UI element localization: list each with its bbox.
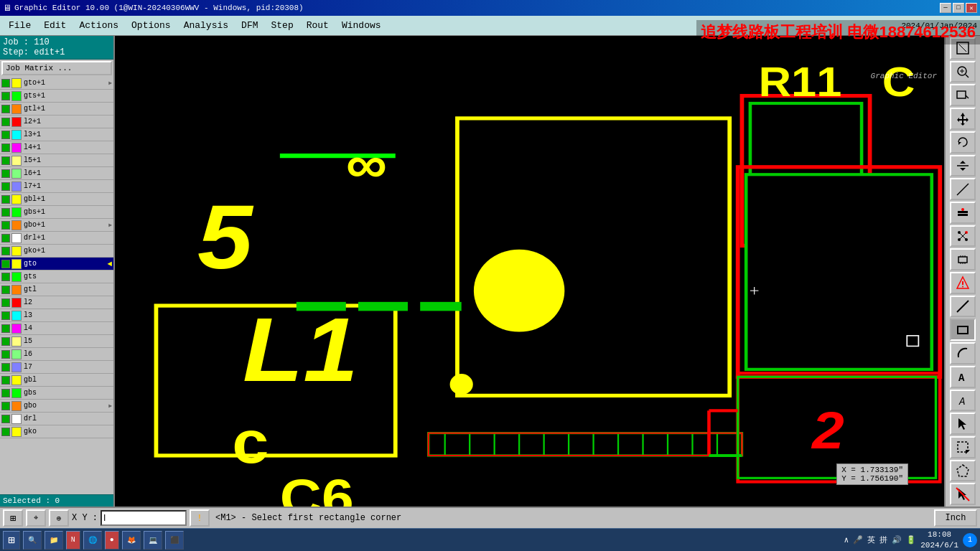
maximize-button[interactable]: □ <box>953 3 964 13</box>
notification-button[interactable]: 1 <box>963 533 977 547</box>
layer-row-gbs+1[interactable]: gbs+1 <box>0 206 113 219</box>
job-matrix-button[interactable]: Job Matrix ... <box>1 61 112 75</box>
layer-row-gtl[interactable]: gtl <box>0 283 113 296</box>
layer-check-l5[interactable] <box>1 337 10 346</box>
layer-check-gto+1[interactable] <box>1 79 10 88</box>
layer-check-l6+1[interactable] <box>1 169 10 178</box>
layer-check-l7+1[interactable] <box>1 182 10 191</box>
menu-options[interactable]: Options <box>126 19 177 32</box>
status-icon-3[interactable]: ⊕ <box>49 509 69 527</box>
layer-row-gbo[interactable]: gbo▶ <box>0 400 113 413</box>
layer-row-drl+1[interactable]: drl+1 <box>0 232 113 245</box>
add-text2-button[interactable]: A <box>950 390 976 412</box>
layer-row-l7[interactable]: l7 <box>0 361 113 374</box>
layer-row-gtl+1[interactable]: gtl+1 <box>0 103 113 116</box>
layer-row-gts[interactable]: gts <box>0 270 113 283</box>
flip-button[interactable] <box>950 155 976 177</box>
layer-row-l6+1[interactable]: l6+1 <box>0 167 113 180</box>
layer-row-l3[interactable]: l3 <box>0 309 113 322</box>
layer-check-gko+1[interactable] <box>1 247 10 255</box>
tray-battery[interactable]: 🔋 <box>906 535 916 545</box>
arc-button[interactable] <box>950 342 976 364</box>
menu-step[interactable]: Step <box>265 19 299 32</box>
taskbar-app1-button[interactable]: N <box>66 531 80 550</box>
deselect-button[interactable] <box>950 483 976 505</box>
tray-lang2[interactable]: 拼 <box>879 534 887 545</box>
status-icon-1[interactable]: ⊞ <box>3 509 23 527</box>
layer-row-l2[interactable]: l2 <box>0 296 113 309</box>
close-button[interactable]: ✕ <box>966 3 977 13</box>
layer-check-gbo[interactable] <box>1 402 10 410</box>
layer-row-gbs[interactable]: gbs <box>0 387 113 400</box>
menu-rout[interactable]: Rout <box>301 19 335 32</box>
layer-check-l4[interactable] <box>1 324 10 333</box>
pan-button[interactable] <box>950 108 976 130</box>
layer-check-l2+1[interactable] <box>1 118 10 126</box>
layer-row-gto[interactable]: gto ◄ <box>0 258 113 270</box>
drc-button[interactable] <box>950 272 976 294</box>
zoom-window-button[interactable] <box>950 84 976 106</box>
menu-actions[interactable]: Actions <box>73 19 124 32</box>
minimize-button[interactable]: ─ <box>940 3 951 13</box>
warning-icon[interactable]: ! <box>190 509 210 527</box>
rotate-button[interactable] <box>950 131 976 154</box>
zoom-in-button[interactable] <box>950 61 976 83</box>
tray-lang1[interactable]: 英 <box>867 534 875 545</box>
windows-start-button[interactable]: ⊞ <box>3 531 20 550</box>
xy-input[interactable] <box>101 510 187 526</box>
taskbar-app5-button[interactable]: 💻 <box>144 531 162 550</box>
canvas-area[interactable]: 5 c L1 C6 ∞ U10 CCK R11 C 2 <box>115 36 944 507</box>
layer-check-l3+1[interactable] <box>1 131 10 139</box>
layer-row-l4+1[interactable]: l4+1 <box>0 141 113 154</box>
select-button[interactable] <box>950 413 976 435</box>
layer-check-gbs[interactable] <box>1 389 10 397</box>
tray-mic[interactable]: 🎤 <box>853 535 863 545</box>
properties-button[interactable] <box>950 202 976 224</box>
taskbar-datetime[interactable]: 18:08 2024/6/1 <box>920 529 958 550</box>
layer-check-drl[interactable] <box>1 415 10 423</box>
layer-row-l3+1[interactable]: l3+1 <box>0 128 113 141</box>
tray-volume[interactable]: 🔊 <box>892 535 902 545</box>
taskbar-file-button[interactable]: 📁 <box>45 531 63 550</box>
line-button[interactable] <box>950 296 976 318</box>
layer-check-gbo+1[interactable] <box>1 221 10 230</box>
tray-expand[interactable]: ∧ <box>844 535 849 545</box>
layer-row-l6[interactable]: l6 <box>0 348 113 361</box>
layer-row-l2+1[interactable]: l2+1 <box>0 116 113 128</box>
layer-check-gbl[interactable] <box>1 376 10 385</box>
layer-check-l6[interactable] <box>1 350 10 359</box>
layer-check-l7[interactable] <box>1 363 10 372</box>
layer-check-l3[interactable] <box>1 311 10 320</box>
layer-check-gko[interactable] <box>1 428 10 436</box>
menu-file[interactable]: File <box>3 19 37 32</box>
layer-row-l5[interactable]: l5 <box>0 335 113 348</box>
layer-row-gko+1[interactable]: gko+1 <box>0 245 113 258</box>
status-icon-2[interactable]: ⌖ <box>26 509 46 527</box>
menu-edit[interactable]: Edit <box>38 19 72 32</box>
layer-row-l5+1[interactable]: l5+1 <box>0 154 113 167</box>
unit-button[interactable]: Inch <box>934 509 977 527</box>
layer-check-l2[interactable] <box>1 298 10 307</box>
layer-row-l4[interactable]: l4 <box>0 322 113 335</box>
layer-check-gto[interactable] <box>1 260 10 268</box>
layer-row-gto+1[interactable]: gto+1▶ <box>0 77 113 90</box>
menu-windows[interactable]: Windows <box>336 19 387 32</box>
taskbar-app2-button[interactable]: 🌐 <box>83 531 102 550</box>
layer-check-gts[interactable] <box>1 273 10 281</box>
layer-row-gbl+1[interactable]: gbl+1 <box>0 193 113 206</box>
taskbar-app4-button[interactable]: 🦊 <box>122 531 141 550</box>
layer-row-gko[interactable]: gko <box>0 425 113 438</box>
layer-check-gtl[interactable] <box>1 286 10 294</box>
taskbar-app3-button[interactable]: ● <box>105 531 119 550</box>
measure-button[interactable] <box>950 178 976 200</box>
rect-button[interactable] <box>950 319 976 341</box>
layer-row-gbl[interactable]: gbl <box>0 374 113 387</box>
search-button[interactable]: 🔍 <box>23 531 42 550</box>
text-button[interactable]: A <box>950 366 976 388</box>
net-button[interactable] <box>950 225 976 248</box>
layer-check-drl+1[interactable] <box>1 234 10 242</box>
layer-check-l4+1[interactable] <box>1 143 10 152</box>
layer-check-gbs+1[interactable] <box>1 208 10 217</box>
layer-row-drl[interactable]: drl <box>0 413 113 425</box>
taskbar-app6-button[interactable]: ⬛ <box>165 531 184 550</box>
